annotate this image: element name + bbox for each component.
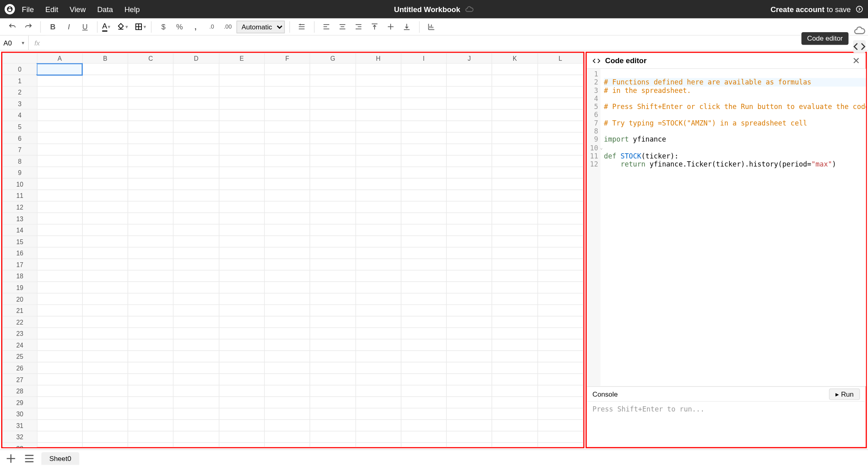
column-header[interactable]: E [219,53,264,64]
cell[interactable] [310,167,355,179]
cell[interactable] [446,293,492,305]
cell[interactable] [82,293,128,305]
create-account-cta[interactable]: Create account to save [770,5,863,13]
cell[interactable] [173,293,219,305]
cell[interactable] [128,167,173,179]
italic-button[interactable]: I [61,20,76,33]
cell[interactable] [37,224,82,236]
cell[interactable] [264,132,310,144]
cell[interactable] [37,351,82,362]
row-header[interactable]: 2 [2,86,37,98]
cell[interactable] [173,144,219,156]
cell[interactable] [446,259,492,271]
cell[interactable] [446,408,492,420]
redo-button[interactable] [20,20,35,33]
cell[interactable] [401,374,446,385]
cell[interactable] [173,121,219,133]
text-color-button[interactable]: A▾ [102,22,111,31]
cell[interactable] [37,328,82,339]
code-editor-toggle-button[interactable] [853,40,866,53]
cell[interactable] [128,328,173,339]
cell[interactable] [264,293,310,305]
cell[interactable] [37,408,82,420]
cell[interactable] [446,155,492,167]
cell[interactable] [173,109,219,121]
column-header[interactable]: F [264,53,310,64]
cell[interactable] [128,305,173,317]
menu-view[interactable]: View [70,5,86,13]
cell[interactable] [355,64,401,75]
cell[interactable] [173,305,219,317]
cell[interactable] [310,293,355,305]
cell[interactable] [492,98,537,110]
cell[interactable] [446,270,492,282]
cell[interactable] [310,213,355,224]
cell[interactable] [37,305,82,317]
formula-input[interactable] [45,36,868,50]
undo-button[interactable] [4,20,19,33]
cell[interactable] [537,121,583,133]
cell[interactable] [537,155,583,167]
cell[interactable] [219,236,264,247]
cell[interactable] [492,305,537,317]
cell[interactable] [173,385,219,397]
cell[interactable] [37,316,82,328]
cell[interactable] [173,155,219,167]
row-header[interactable]: 12 [2,202,37,213]
cell[interactable] [492,224,537,236]
cell[interactable] [355,121,401,133]
cell[interactable] [173,132,219,144]
cell[interactable] [37,213,82,224]
cell[interactable] [264,316,310,328]
bold-button[interactable]: B [45,20,60,33]
cell[interactable] [173,431,219,443]
column-header[interactable]: L [537,53,583,64]
cell[interactable] [401,443,446,447]
cell[interactable] [355,443,401,447]
cell[interactable] [128,270,173,282]
cell[interactable] [310,98,355,110]
cell[interactable] [355,305,401,317]
cell[interactable] [446,339,492,351]
run-button[interactable]: ▸ Run [829,388,860,400]
cell[interactable] [219,155,264,167]
cell[interactable] [355,293,401,305]
cell[interactable] [355,259,401,271]
cell[interactable] [264,236,310,247]
cell[interactable] [37,431,82,443]
cell[interactable] [446,305,492,317]
cell[interactable] [446,316,492,328]
cell[interactable] [37,270,82,282]
app-logo[interactable] [4,4,15,14]
row-header[interactable]: 16 [2,247,37,259]
cell[interactable] [219,202,264,213]
cell[interactable] [37,75,82,86]
cell[interactable] [173,408,219,420]
cell[interactable] [492,121,537,133]
cell[interactable] [264,397,310,408]
cell[interactable] [264,167,310,179]
row-header[interactable]: 3 [2,98,37,110]
cell[interactable] [264,202,310,213]
cell[interactable] [355,270,401,282]
cell[interactable] [264,408,310,420]
cell[interactable] [355,144,401,156]
cell[interactable] [128,339,173,351]
cell[interactable] [310,155,355,167]
cell[interactable] [492,431,537,443]
cell[interactable] [401,64,446,75]
cell[interactable] [310,397,355,408]
cell[interactable] [82,213,128,224]
cell[interactable] [401,213,446,224]
cell[interactable] [310,431,355,443]
cell[interactable] [355,247,401,259]
cell[interactable] [82,259,128,271]
row-header[interactable]: 17 [2,259,37,271]
cell[interactable] [82,351,128,362]
cell[interactable] [264,362,310,374]
cell[interactable] [537,179,583,190]
cell[interactable] [128,144,173,156]
cell[interactable] [37,420,82,432]
cell[interactable] [82,179,128,190]
cell[interactable] [37,259,82,271]
